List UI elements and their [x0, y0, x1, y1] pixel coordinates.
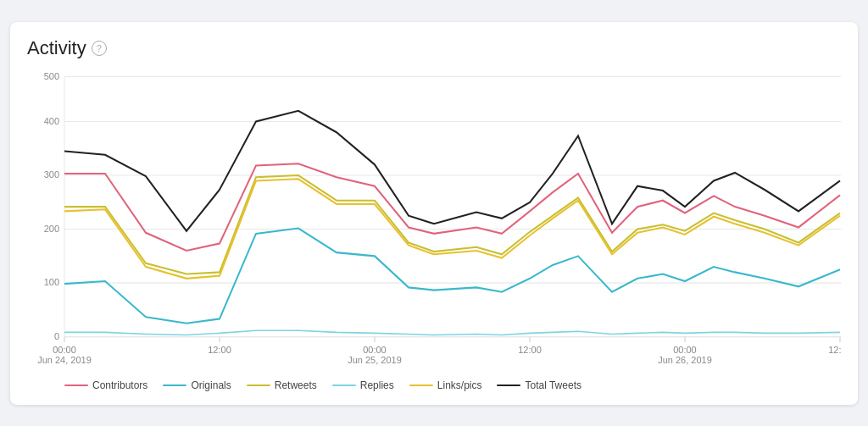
chart-area: .grid-line { stroke: #e8e8e8; stroke-wid…	[27, 68, 841, 373]
legend-contributors: Contributors	[64, 379, 147, 391]
legend-links-pics-line	[409, 385, 433, 386]
svg-text:0: 0	[54, 330, 59, 340]
legend-contributors-line	[64, 385, 88, 386]
svg-text:Jun 24, 2019: Jun 24, 2019	[37, 355, 92, 365]
legend-contributors-label: Contributors	[92, 379, 147, 391]
legend-links-pics: Links/pics	[409, 379, 482, 391]
replies-line	[64, 330, 840, 335]
svg-text:200: 200	[44, 223, 59, 233]
legend-replies: Replies	[332, 379, 394, 391]
legend-retweets-label: Retweets	[275, 379, 317, 391]
activity-card: Activity ? .grid-line { stroke: #e8e8e8;…	[10, 22, 858, 405]
legend-retweets: Retweets	[247, 379, 317, 391]
svg-text:12:00: 12:00	[208, 344, 231, 354]
svg-text:00:00: 00:00	[53, 344, 75, 354]
page-title: Activity	[27, 37, 86, 59]
card-header: Activity ?	[27, 37, 841, 59]
legend-total-tweets: Total Tweets	[497, 379, 581, 391]
svg-text:100: 100	[44, 277, 59, 287]
legend-replies-line	[332, 385, 356, 386]
chart-svg: .grid-line { stroke: #e8e8e8; stroke-wid…	[27, 68, 841, 373]
svg-text:00:00: 00:00	[673, 344, 696, 354]
originals-line	[64, 228, 840, 323]
svg-text:300: 300	[44, 169, 59, 179]
svg-text:400: 400	[44, 115, 59, 125]
svg-text:500: 500	[44, 70, 59, 80]
total-tweets-line	[64, 110, 840, 230]
legend-originals: Originals	[163, 379, 231, 391]
svg-text:00:00: 00:00	[363, 344, 386, 354]
help-icon[interactable]: ?	[92, 41, 107, 56]
chart-legend: Contributors Originals Retweets Replies …	[27, 379, 841, 391]
svg-text:12:00: 12:00	[828, 344, 841, 354]
legend-originals-label: Originals	[191, 379, 231, 391]
legend-total-tweets-line	[497, 385, 520, 386]
legend-total-tweets-label: Total Tweets	[525, 379, 581, 391]
legend-retweets-line	[247, 385, 270, 386]
svg-text:Jun 26, 2019: Jun 26, 2019	[658, 355, 712, 365]
legend-links-pics-label: Links/pics	[437, 379, 482, 391]
svg-text:Jun 25, 2019: Jun 25, 2019	[348, 355, 402, 365]
legend-originals-line	[163, 385, 186, 386]
svg-text:12:00: 12:00	[518, 344, 541, 354]
legend-replies-label: Replies	[360, 379, 394, 391]
